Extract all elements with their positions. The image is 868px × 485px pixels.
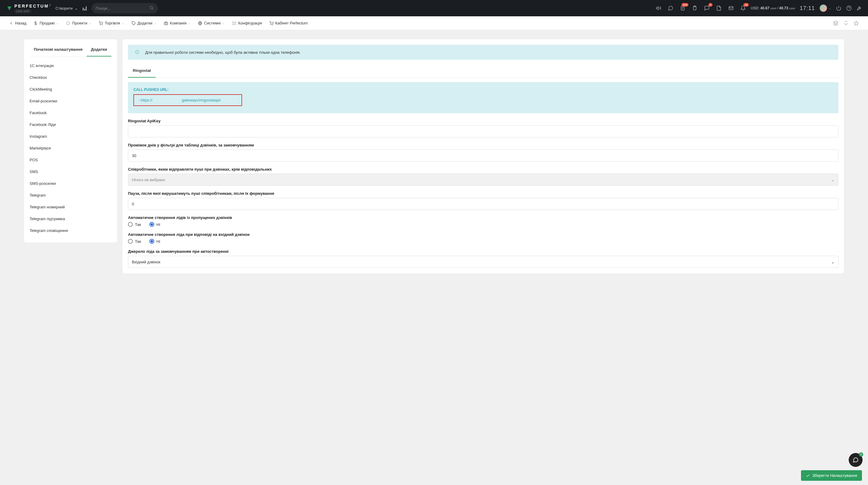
sidebar-tab-initial[interactable]: Початкові налаштування	[30, 44, 87, 56]
apikey-input[interactable]	[128, 125, 838, 137]
pointer-icon[interactable]	[843, 21, 849, 26]
svg-line-1	[152, 8, 153, 9]
pause-input[interactable]	[128, 198, 838, 210]
sidebar-item-sms[interactable]: SMS	[30, 166, 112, 177]
sidebar-list: 1С інтеграція Checkbox ClickMeeting Emai…	[30, 57, 112, 239]
sidebar-item-fbleads[interactable]: Facebook Ліди	[30, 119, 112, 131]
bell-icon[interactable]: 46	[740, 5, 746, 11]
autolead-answered-yes[interactable]: Так	[128, 239, 141, 244]
nav-system[interactable]: Системні⌄	[198, 21, 225, 25]
chevron-down-icon: ⌄	[122, 22, 124, 25]
sidebar-item-smssend[interactable]: SMS-розсилки	[30, 177, 112, 189]
svg-marker-26	[854, 21, 859, 25]
nav-sales[interactable]: Продажі⌄	[33, 21, 59, 25]
search-input[interactable]: Пошук...	[91, 3, 158, 13]
stats-icon[interactable]	[83, 6, 87, 10]
autolead-missed-no[interactable]: Ні	[149, 222, 160, 227]
logo-subtitle: CRM+ERP	[14, 10, 31, 13]
search-placeholder: Пошук...	[96, 6, 111, 10]
create-label: Створити	[56, 6, 73, 10]
svg-rect-14	[164, 22, 168, 25]
tasks-icon[interactable]: 303	[680, 5, 685, 11]
days-input[interactable]	[128, 149, 838, 162]
mail-icon[interactable]	[728, 5, 734, 11]
days-label: Проміжок днів у фільтрі для таблиці дзві…	[128, 143, 838, 147]
sidebar-item-telegram-notify[interactable]: Telegram сповіщення	[30, 225, 112, 236]
nav-company[interactable]: Компанія⌄	[164, 21, 191, 25]
user-menu[interactable]: ⌄	[820, 5, 831, 11]
chevron-down-icon: ⌄	[829, 7, 831, 10]
url-panel: CALL PUSHES URL: - https:// gateways/rin…	[128, 82, 838, 113]
logo-text: PERFECTUM	[14, 4, 49, 8]
star-icon[interactable]	[854, 21, 859, 26]
nav-trade[interactable]: Торгівля⌄	[99, 21, 124, 25]
radio-icon	[149, 222, 154, 227]
chevron-down-icon: ⌄	[74, 6, 78, 10]
help-icon[interactable]	[846, 5, 852, 11]
autolead-answered-label: Автоматичне створення ліда при відповіді…	[128, 232, 838, 237]
info-banner: ⓘ Для правильної роботи системи необхідн…	[128, 45, 838, 60]
power-icon[interactable]	[836, 5, 841, 11]
nav-addons[interactable]: Додатки⌄	[132, 21, 157, 25]
nav-cabinet[interactable]: Кабінет Perfectum	[269, 21, 308, 25]
sidebar-item-email[interactable]: Email-розсилки	[30, 95, 112, 107]
leadsource-select[interactable]: Вхідний дзвінок ⌄	[128, 256, 838, 268]
svg-marker-25	[834, 21, 838, 23]
tasks-badge: 303	[681, 3, 688, 7]
sub-nav: Назад Продажі⌄ Проекти⌄ Торгівля⌄ Додатк…	[0, 16, 868, 30]
radio-icon	[128, 222, 133, 227]
autolead-missed-yes[interactable]: Так	[128, 222, 141, 227]
autolead-answered-no[interactable]: Ні	[149, 239, 160, 244]
bell-badge: 46	[743, 3, 749, 7]
chevron-down-icon: ⌄	[222, 22, 225, 25]
nav-back-label: Назад	[15, 21, 26, 25]
sidebar-item-telegram-num[interactable]: Telegram номерний	[30, 201, 112, 213]
tab-ringostat[interactable]: Ringostat	[128, 64, 156, 78]
sidebar-item-checkbox[interactable]: Checkbox	[30, 72, 112, 83]
svg-point-11	[67, 22, 70, 25]
sidebar-item-clickmeeting[interactable]: ClickMeeting	[30, 83, 112, 95]
nav-back[interactable]: Назад	[9, 21, 26, 25]
content-panel: ⓘ Для правильної роботи системи необхідн…	[123, 39, 844, 273]
url-box: - https:// gateways/ringostatapi/	[133, 94, 242, 106]
sidebar-item-1c[interactable]: 1С інтеграція	[30, 60, 112, 72]
radio-icon	[149, 239, 154, 244]
sidebar-tab-addons[interactable]: Додатки	[87, 44, 112, 56]
sidebar-item-marketplace[interactable]: Marketplace	[30, 142, 112, 154]
chevron-down-icon: ⌄	[831, 260, 835, 264]
sidebar-item-telegram[interactable]: Telegram	[30, 189, 112, 201]
sidebar-item-telegram-support[interactable]: Telegram підтримка	[30, 213, 112, 225]
messages-icon[interactable]: 5	[704, 5, 710, 11]
nav-config[interactable]: Конфігурація	[232, 21, 262, 25]
create-button[interactable]: Створити ⌄	[56, 6, 78, 10]
svg-point-0	[150, 6, 152, 9]
reg-mark: ®	[49, 4, 51, 6]
sidebar-item-pos[interactable]: POS	[30, 154, 112, 166]
logo[interactable]: ▼ PERFECTUM® CRM+ERP	[6, 4, 51, 13]
radio-icon	[128, 239, 133, 244]
chat-icon[interactable]	[668, 5, 673, 11]
logo-icon: ▼	[6, 4, 13, 12]
url-title: CALL PUSHES URL:	[133, 88, 833, 92]
chevron-down-icon: ⌄	[89, 22, 91, 25]
sound-icon[interactable]	[656, 5, 661, 11]
clock: 17:11	[800, 5, 815, 11]
sidebar-item-instagram[interactable]: Instagram	[30, 131, 112, 142]
tools-icon[interactable]	[857, 5, 862, 11]
currency-display: USD: 40.67 UAH / 40.73 UAH	[751, 6, 795, 10]
clipboard-icon[interactable]	[692, 5, 698, 11]
chevron-down-icon: ⌄	[831, 177, 835, 182]
sidebar-item-facebook[interactable]: Facebook	[30, 107, 112, 119]
chevron-down-icon: ⌄	[154, 22, 157, 25]
chevron-down-icon: ⌄	[188, 22, 191, 25]
apikey-label: Ringostat ApiKey	[128, 119, 838, 123]
svg-marker-2	[656, 7, 658, 10]
info-text: Для правильної роботи системи необхідно,…	[145, 50, 301, 55]
staff-select[interactable]: Нічого не вибрано ⌄	[128, 174, 838, 186]
logo-text-wrap: PERFECTUM® CRM+ERP	[14, 4, 51, 13]
messages-badge: 5	[708, 3, 713, 7]
layers-icon[interactable]	[833, 21, 838, 26]
header-icons: 303 5 46	[656, 5, 746, 11]
file-icon[interactable]	[716, 5, 722, 11]
nav-projects[interactable]: Проекти⌄	[66, 21, 91, 25]
